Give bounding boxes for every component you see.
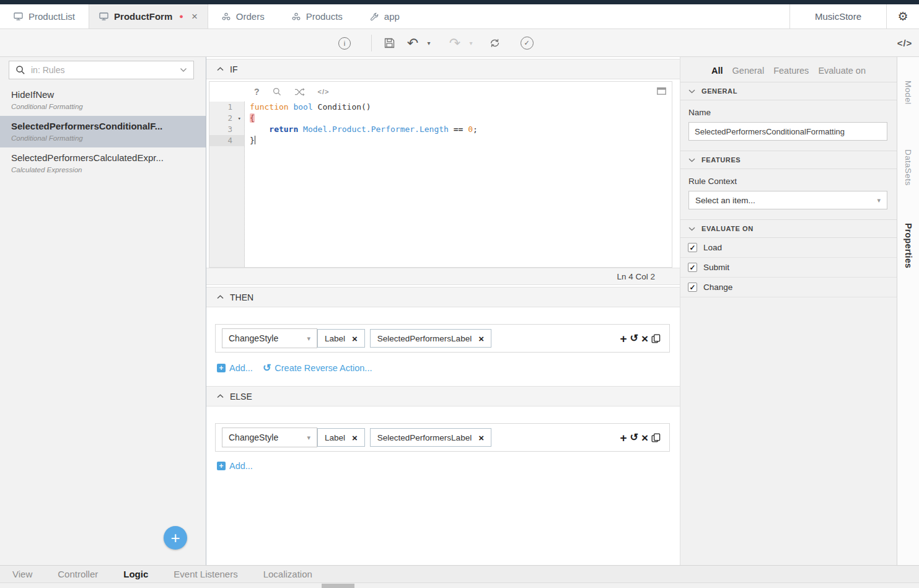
name-input[interactable] [688,122,887,141]
tab-features[interactable]: Features [773,66,809,76]
target-chip[interactable]: SelectedPerformersLabel × [370,428,491,447]
tab-event-listeners[interactable]: Event Listeners [174,569,237,579]
horizontal-scrollbar[interactable] [0,582,919,588]
code-area[interactable]: function bool Condition() { return Model… [245,102,672,267]
entity-icon [222,12,231,20]
add-action-icon[interactable]: + [620,432,627,444]
target-chip[interactable]: SelectedPerformersLabel × [370,329,491,348]
save-button[interactable] [379,29,399,57]
delete-action-icon[interactable]: × [641,333,648,344]
reverse-action-icon[interactable]: ↺ [630,432,638,442]
tab-app[interactable]: app [356,4,413,29]
tab-controller[interactable]: Controller [58,569,98,579]
features-section-header[interactable]: FEATURES [680,151,897,169]
delete-action-icon[interactable]: × [641,432,648,444]
checkbox-label: Change [703,283,732,292]
if-section-header[interactable]: IF [206,59,680,79]
remove-chip-icon[interactable]: × [352,333,358,344]
tab-general[interactable]: General [732,66,765,76]
tab-orders[interactable]: Orders [208,4,278,29]
rail-tab-model[interactable]: Model [904,81,913,105]
scrollbar-thumb[interactable] [322,584,354,588]
target-chip[interactable]: Label × [317,329,365,348]
tab-all[interactable]: All [711,66,723,76]
add-action-link[interactable]: + Add... [217,363,253,373]
search-input[interactable] [31,65,174,75]
tab-logic[interactable]: Logic [123,569,148,579]
check-circle-icon: ✓ [521,37,534,50]
action-type-select[interactable]: ChangeStyle ▾ [222,328,317,348]
tab-productform[interactable]: ProductForm ● × [89,4,208,29]
target-chip[interactable]: Label × [317,428,365,447]
evaluate-on-section-header[interactable]: EVALUATE ON [680,219,897,238]
rule-context-select[interactable]: Select an item... ▾ [688,191,887,209]
chevron-down-icon [688,158,695,162]
validate-button[interactable]: ✓ [517,29,537,57]
action-row-icons: + ↺ × [620,432,663,444]
chevron-down-icon[interactable] [180,68,187,72]
settings-button[interactable]: ⚙ [887,4,919,29]
tab-productlist[interactable]: ProductList [0,4,89,29]
tab-evaluate-on[interactable]: Evaluate on [818,66,866,76]
redo-icon: ↷ [449,35,460,51]
rule-list-item[interactable]: SelectedPerformersCalculatedExpr... Calc… [0,147,206,179]
plus-icon: + [217,364,226,372]
line-number: 3 [209,124,244,135]
unsaved-changes-dot: ● [179,13,183,20]
general-section-header[interactable]: GENERAL [680,82,897,100]
code-line-4: } [250,135,672,146]
cursor-position: Ln 4 Col 2 [617,272,655,281]
section-label: GENERAL [701,87,737,95]
duplicate-action-icon[interactable] [651,334,661,343]
redo-button[interactable]: ↷ [446,29,464,57]
refresh-icon [489,38,501,48]
undo-button[interactable]: ↶ [404,29,421,57]
redo-history-dropdown[interactable]: ▾ [466,29,476,57]
rule-list-item-selected[interactable]: SelectedPerformersConditionalF... Condit… [0,116,206,147]
tab-label: Products [306,11,343,22]
tabbar-spacer [413,4,789,29]
duplicate-action-icon[interactable] [651,433,661,442]
tab-products[interactable]: Products [278,4,356,29]
view-source-button[interactable]: </> [892,29,917,57]
code-icon[interactable]: </> [318,88,330,95]
close-tab-icon[interactable]: × [191,11,198,23]
rule-list-item[interactable]: HideIfNew Conditional Formatting [0,84,206,116]
tab-localization[interactable]: Localization [263,569,312,579]
refresh-button[interactable] [485,29,504,57]
shuffle-icon[interactable] [294,88,305,96]
undo-history-dropdown[interactable]: ▾ [424,29,434,57]
checkbox-change[interactable]: ✓ [688,283,697,292]
checkbox-submit[interactable]: ✓ [688,263,697,272]
tab-label: Orders [236,11,265,22]
add-action-link[interactable]: + Add... [217,461,253,471]
action-type-select[interactable]: ChangeStyle ▾ [222,428,317,447]
checkbox-load[interactable]: ✓ [688,243,697,252]
gear-icon: ⚙ [897,9,908,24]
tab-label: ProductForm [114,11,172,22]
create-reverse-action-link[interactable]: ↺ Create Reverse Action... [263,362,372,374]
then-section-header[interactable]: THEN [206,287,680,307]
reverse-action-icon[interactable]: ↺ [630,333,638,343]
condition-code-editor[interactable]: ? </> 1 2▾ 3 [209,81,672,268]
add-rule-button[interactable]: + [164,526,187,550]
project-name-tab[interactable]: MusicStore [789,4,887,29]
else-section-header[interactable]: ELSE [206,386,680,406]
remove-chip-icon[interactable]: × [478,333,484,344]
rules-search-box[interactable] [9,61,194,79]
properties-filter-tabs: All General Features Evaluate on [680,57,897,82]
remove-chip-icon[interactable]: × [352,432,358,443]
add-action-icon[interactable]: + [620,333,627,344]
rail-tab-datasets[interactable]: DataSets [904,149,913,186]
search-icon[interactable] [273,87,281,96]
editor-gutter: 1 2▾ 3 4 [209,102,245,267]
maximize-icon[interactable] [657,87,666,95]
evaluate-option-submit: ✓ Submit [680,258,897,278]
fold-caret-icon[interactable]: ▾ [238,113,241,124]
help-icon[interactable]: ? [254,87,260,97]
info-button[interactable]: i [335,29,354,57]
remove-chip-icon[interactable]: × [478,432,484,443]
tab-view[interactable]: View [12,569,32,579]
chevron-up-icon [217,67,224,71]
rail-tab-properties[interactable]: Properties [904,223,913,268]
